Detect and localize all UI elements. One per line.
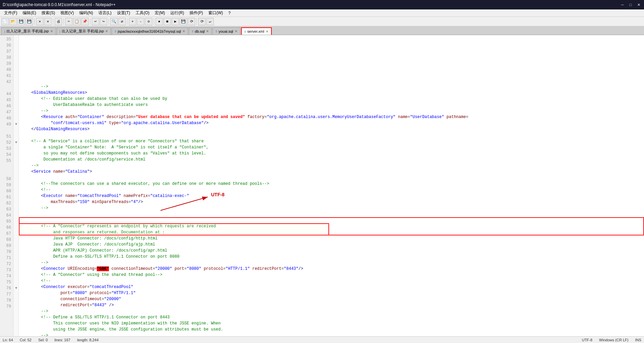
menu-search[interactable]: 搜索(S) (39, 9, 58, 17)
title-text: D:\config\apache-tomcat-9.0.0.M1\conf\se… (3, 2, 116, 7)
menu-help[interactable]: ? (226, 10, 233, 16)
tab-jspout2[interactable]: j 出入记录_显示 手机端.jsp ✕ (57, 27, 111, 35)
toolbar-paste[interactable]: 📌 (81, 18, 89, 25)
toolbar-macro-rec[interactable]: ● (155, 18, 163, 25)
toolbar-saveall[interactable]: 💾 (26, 18, 33, 25)
tab-close-jspout2[interactable]: ✕ (105, 29, 108, 33)
fold-77[interactable]: ▼ (13, 285, 19, 291)
status-col: Col: 52 (20, 338, 32, 342)
toolbar-copy[interactable]: 📋 (73, 18, 81, 25)
toolbar-zoomout[interactable]: - (137, 18, 144, 25)
svg-line-1 (160, 197, 208, 210)
toolbar-new[interactable]: 📄 (1, 18, 9, 25)
window-controls: ─ □ ✕ (620, 2, 641, 7)
menu-bar: 文件(F) 编辑(E) 搜索(S) 视图(V) 编码(N) 语言(L) 设置(T… (0, 9, 644, 17)
toolbar-sep3 (63, 18, 64, 25)
tab-label-serverxml: server.xml (247, 29, 264, 33)
toolbar-macro-play[interactable]: ▶ (172, 18, 179, 25)
tab-sql1[interactable]: s jspaclwzxxxqlxthse316041b7mysql.sql ✕ (112, 27, 188, 35)
toolbar-sep1 (34, 18, 35, 25)
toolbar: 📄 📂 💾 💾 ✕ ✕ 🖨 ✂ 📋 📌 ↩ ↪ 🔍 ⇄ + - ⊙ ● ■ ▶ … (0, 17, 644, 26)
toolbar-macro-stop[interactable]: ■ (164, 18, 171, 25)
toolbar-sep4 (90, 18, 90, 25)
status-ins: INS (635, 338, 641, 342)
toolbar-replace[interactable]: ⇄ (118, 18, 126, 25)
maximize-button[interactable]: □ (628, 2, 633, 7)
tab-bar: j 出入记录_显示 手机端.jsp ✕ j 出入记录_显示 手机端.jsp ✕ … (0, 26, 644, 35)
tab-close-serverxml[interactable]: ✕ (266, 30, 268, 33)
menu-encoding[interactable]: 编码(N) (77, 9, 96, 17)
toolbar-sep2 (53, 18, 53, 25)
code-editor[interactable]: UTF-8 --> <GlobalNamingResources> <!-- E… (19, 35, 644, 336)
menu-run[interactable]: 运行(R) (168, 9, 187, 17)
toolbar-open[interactable]: 📂 (9, 18, 17, 25)
status-bar: Ln: 64 Col: 52 Sel: 0 lines: 167 length:… (0, 336, 644, 343)
tab-label-youaisql: youai.sql (218, 29, 233, 33)
toolbar-macro-run[interactable]: ⟳ (188, 18, 195, 25)
toolbar-print[interactable]: 🖨 (55, 18, 62, 25)
tab-youaisql[interactable]: s youai.sql ✕ (212, 27, 240, 35)
minimize-button[interactable]: ─ (620, 2, 625, 7)
toolbar-cut[interactable]: ✂ (65, 18, 72, 25)
menu-tools[interactable]: 工具(O) (133, 9, 152, 17)
menu-plugins[interactable]: 插件(P) (187, 9, 206, 17)
toolbar-zoomreset[interactable]: ⊙ (145, 18, 152, 25)
status-sel: Sel: 0 (38, 338, 48, 342)
tab-serverxml[interactable]: x server.xml ✕ (241, 27, 272, 35)
toolbar-sep8 (197, 18, 197, 25)
tab-label-jspout2: 出入记录_显示 手机端.jsp (62, 29, 104, 34)
title-bar: D:\config\apache-tomcat-9.0.0.M1\conf\se… (0, 0, 644, 9)
fold-area: ▼ ▼ ▼ (13, 35, 19, 336)
toolbar-macro-save[interactable]: 💾 (180, 18, 187, 25)
tab-close-jspout1[interactable]: ✕ (50, 29, 53, 33)
tab-icon-youaisql: s (215, 29, 217, 33)
toolbar-undo[interactable]: ↩ (92, 18, 99, 25)
tab-icon-jspout2: j (60, 29, 60, 33)
menu-view[interactable]: 视图(V) (58, 9, 77, 17)
tab-jspout1[interactable]: j 出入记录_显示 手机端.jsp ✕ (1, 27, 56, 35)
toolbar-wrap[interactable]: ↵ (206, 18, 214, 25)
tab-icon-jspout1: j (4, 29, 5, 33)
tab-close-sql1[interactable]: ✕ (182, 29, 185, 33)
tab-label-sql1: jspaclwzxxxqlxthse316041b7mysql.sql (118, 29, 181, 33)
tab-close-youaisql[interactable]: ✕ (235, 29, 237, 33)
tab-icon-serverxml: x (244, 30, 246, 33)
toolbar-close[interactable]: ✕ (36, 18, 43, 25)
code-content: --> <GlobalNamingResources> <!-- Editabl… (22, 84, 468, 336)
status-lines: lines: 167 (55, 338, 70, 342)
editor-main: 35 36 37 38 39 40 41 42 44 45 46 47 48 4… (0, 35, 644, 336)
svg-text:UTF-8: UTF-8 (211, 192, 225, 197)
toolbar-find[interactable]: 🔍 (110, 18, 118, 25)
toolbar-closeall[interactable]: ✕ (44, 18, 52, 25)
toolbar-sep5 (109, 18, 109, 25)
status-encoding: UTF-8 (582, 338, 592, 342)
menu-window[interactable]: 窗口(W) (206, 9, 226, 17)
tab-close-dbsql[interactable]: ✕ (206, 29, 209, 33)
menu-language[interactable]: 语言(L) (96, 9, 114, 17)
toolbar-redo[interactable]: ↪ (100, 18, 107, 25)
menu-edit[interactable]: 编辑(E) (20, 9, 39, 17)
fold-52[interactable]: ▼ (13, 140, 19, 146)
toolbar-sep6 (127, 18, 127, 25)
fold-49[interactable]: ▼ (13, 121, 19, 127)
status-length: length: 8,244 (77, 338, 99, 342)
line-numbers: 35 36 37 38 39 40 41 42 44 45 46 47 48 4… (0, 35, 13, 336)
menu-settings[interactable]: 设置(T) (114, 9, 133, 17)
tab-label-jspout1: 出入记录_显示 手机端.jsp (6, 29, 49, 34)
tab-label-dbsql: db.sql (195, 29, 205, 33)
menu-macro[interactable]: 宏(M) (152, 9, 168, 17)
tab-icon-sql1: s (115, 29, 116, 33)
tab-dbsql[interactable]: s db.sql ✕ (189, 27, 212, 35)
toolbar-sep7 (154, 18, 154, 25)
status-eol: Windows (CR LF) (599, 338, 628, 342)
close-button[interactable]: ✕ (636, 2, 641, 7)
menu-file[interactable]: 文件(F) (1, 9, 20, 17)
toolbar-save[interactable]: 💾 (18, 18, 25, 25)
tab-icon-dbsql: s (192, 29, 194, 33)
status-line: Ln: 64 (3, 338, 13, 342)
toolbar-zoomin[interactable]: + (129, 18, 136, 25)
toolbar-sync[interactable]: ⟳ (198, 18, 206, 25)
